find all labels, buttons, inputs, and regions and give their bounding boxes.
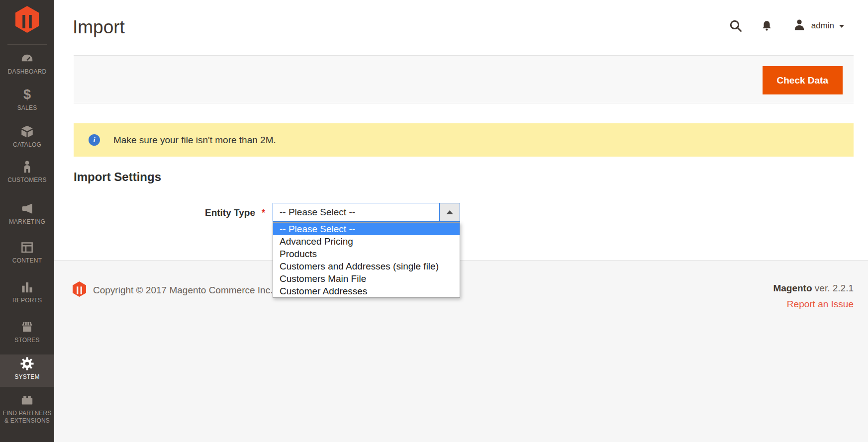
footer-right: Magento ver. 2.2.1 Report an Issue [773, 283, 854, 310]
notice-message-bar: i Make sure your file isn't more than 2M… [74, 123, 854, 157]
sidebar-item-dashboard[interactable]: DASHBOARD [0, 51, 54, 80]
sales-icon: $ [23, 88, 31, 102]
user-name: admin [811, 21, 834, 31]
search-icon[interactable] [729, 19, 743, 33]
sidebar: DASHBOARD $ SALES CATALOG CUSTOMERS MARK… [0, 0, 54, 442]
magento-logo-icon [15, 6, 39, 33]
user-menu[interactable]: admin [793, 18, 844, 33]
info-icon: i [89, 134, 100, 146]
sidebar-item-label: CUSTOMERS [7, 177, 46, 184]
dropdown-option[interactable]: Products [273, 248, 460, 260]
sidebar-item-content[interactable]: CONTENT [0, 240, 54, 269]
entity-type-select-value: -- Please Select -- [273, 203, 439, 221]
customers-icon [20, 160, 34, 174]
sidebar-item-label: SYSTEM [14, 373, 40, 381]
entity-type-label: Entity Type [205, 207, 255, 218]
sidebar-item-find-partners[interactable]: FIND PARTNERS & EXTENSIONS [0, 393, 54, 435]
dropdown-option[interactable]: Advanced Pricing [273, 235, 460, 248]
account-icon [793, 18, 806, 33]
footer-version: ver. 2.2.1 [815, 283, 854, 293]
system-icon [20, 356, 34, 371]
dashboard-icon [20, 51, 34, 66]
sidebar-item-label: STORES [14, 337, 39, 344]
stores-icon [20, 320, 34, 334]
sidebar-item-label: CONTENT [12, 257, 42, 265]
footer-brand: Magento [773, 283, 812, 293]
sidebar-item-label: DASHBOARD [8, 68, 47, 76]
dropdown-option[interactable]: Customers and Addresses (single file) [273, 260, 460, 272]
magento-logo[interactable] [0, 6, 54, 33]
dropdown-option[interactable]: -- Please Select -- [273, 223, 460, 235]
sidebar-item-reports[interactable]: REPORTS [0, 280, 54, 309]
check-data-button[interactable]: Check Data [763, 66, 843, 94]
select-arrow-button[interactable] [439, 203, 460, 221]
sidebar-item-sales[interactable]: $ SALES [0, 88, 54, 116]
content-icon [20, 240, 34, 255]
entity-type-select[interactable]: -- Please Select -- [273, 203, 460, 222]
sidebar-item-label: MARKETING [9, 218, 45, 226]
sidebar-item-system[interactable]: SYSTEM [0, 354, 54, 387]
sidebar-item-marketing[interactable]: MARKETING [0, 201, 54, 230]
sidebar-item-label: REPORTS [12, 297, 42, 304]
sidebar-item-label: FIND PARTNERS [2, 410, 51, 417]
extensions-icon [20, 393, 34, 407]
page-title: Import [73, 17, 125, 38]
reports-icon [20, 280, 34, 294]
sidebar-item-label: SALES [17, 104, 37, 112]
report-issue-link[interactable]: Report an Issue [787, 299, 854, 310]
sidebar-divider [7, 44, 47, 45]
import-settings-heading: Import Settings [74, 170, 161, 184]
entity-type-label-wrap: Entity Type* [54, 207, 265, 218]
sidebar-item-stores[interactable]: STORES [0, 320, 54, 349]
dropdown-option[interactable]: Customer Addresses [273, 285, 460, 297]
page-actions-toolbar: Check Data [74, 55, 854, 103]
dropdown-option[interactable]: Customers Main File [273, 272, 460, 285]
bell-icon[interactable] [761, 20, 773, 32]
caret-down-icon [839, 25, 844, 28]
required-asterisk: * [262, 208, 265, 218]
header-actions: admin [729, 18, 844, 34]
version-line: Magento ver. 2.2.1 [773, 283, 854, 294]
marketing-icon [20, 201, 34, 216]
catalog-icon [20, 124, 34, 139]
notice-text: Make sure your file isn't more than 2M. [113, 135, 276, 146]
entity-type-dropdown: -- Please Select -- Advanced Pricing Pro… [273, 222, 460, 298]
sidebar-item-catalog[interactable]: CATALOG [0, 124, 54, 153]
main-content: Import admin Check Data i Make sure your… [54, 0, 868, 442]
sidebar-item-label: & EXTENSIONS [4, 417, 50, 425]
chevron-up-icon [446, 210, 453, 214]
page-footer: Copyright © 2017 Magento Commerce Inc. A… [54, 260, 868, 442]
sidebar-item-label: CATALOG [13, 141, 41, 149]
magento-admin-import-page: DASHBOARD $ SALES CATALOG CUSTOMERS MARK… [0, 0, 868, 442]
sidebar-item-customers[interactable]: CUSTOMERS [0, 160, 54, 189]
magento-footer-logo [73, 281, 86, 299]
